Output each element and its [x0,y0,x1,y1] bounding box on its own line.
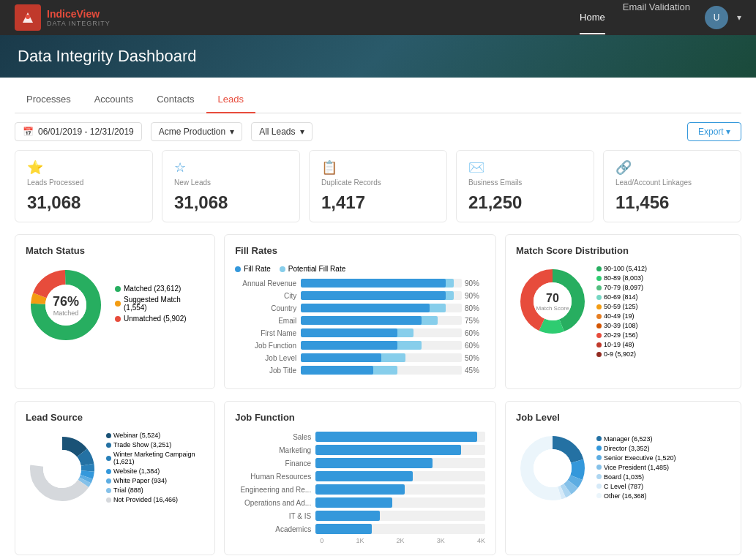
dropdown-icon2: ▾ [300,127,304,137]
nav-email-validation[interactable]: Email Validation [623,1,690,34]
date-range-filter[interactable]: 📅 06/01/2019 - 12/31/2019 [15,122,142,141]
fill-actual-bar-3 [301,316,422,325]
lead-source-content: Webinar (5,524) Trade Show (3,251) Winte… [26,432,204,506]
match-status-chart: Match Status 76% Matched [15,234,215,389]
production-filter[interactable]: Acme Production ▾ [151,122,242,141]
jl-label-4: Board (1,035) [604,473,644,481]
tab-contacts[interactable]: Contacts [145,86,206,113]
ls-dot-6 [106,497,111,503]
svg-point-16 [43,450,81,488]
star-icon: ⭐ [27,159,141,176]
ms-label-1: 80-89 (8,003) [604,274,643,282]
jf-bar-bg-3 [315,471,485,481]
ls-label-1: Trade Show (3,251) [113,441,171,448]
unmatched-dot [115,316,121,322]
jf-label-3: Human Resources [235,473,315,481]
fill-bar-container-2 [301,304,462,312]
jf-bar-bg-2 [315,458,485,468]
ms-legend-item-8: 10-19 (48) [596,341,647,348]
dropdown-arrow[interactable]: ▾ [737,12,741,23]
card-label-2: Duplicate Records [321,179,435,187]
jl-legend-item-5: C Level (787) [596,483,676,490]
jf-bar-fill-5 [315,497,392,508]
match-donut-wrapper: 76% Matched [26,265,106,345]
ms-label-8: 10-19 (48) [604,341,635,348]
fill-row-7: Job Title 45% [235,366,485,375]
jl-label-6: Other (16,368) [604,492,647,500]
match-score-title: Match Score Distribution [516,245,730,256]
ms-dot-6 [596,323,602,328]
job-function-row-1: Marketing [235,445,485,455]
fill-rows: Annual Revenue 90% City 90% Country 80% … [235,279,485,375]
avatar[interactable]: U [705,6,728,29]
ms-label-7: 20-29 (156) [604,331,638,339]
fill-potential-dot [280,266,285,272]
fill-pct-7: 45% [465,367,485,375]
match-score-chart: Match Score Distribution 70 Match Score [505,234,741,389]
legend-suggested: Suggested Match (1,554) [115,296,204,312]
card-duplicate-records: 📋 Duplicate Records 1,417 [309,150,447,222]
svg-point-24 [534,449,572,487]
card-value-4: 11,456 [615,192,729,213]
match-score-content: 70 Match Score 90-100 (5,412) 80-89 (8,0… [516,265,730,360]
jl-dot-5 [596,484,602,489]
export-button[interactable]: Export ▾ [687,122,741,141]
card-business-emails: ✉️ Business Emails 21,250 [456,150,594,222]
ms-dot-8 [596,342,602,348]
date-range-value: 06/01/2019 - 12/31/2019 [38,127,134,137]
filters-bar: 📅 06/01/2019 - 12/31/2019 Acme Productio… [15,113,741,150]
tab-accounts[interactable]: Accounts [83,86,145,113]
charts-row-1: Match Status 76% Matched [15,234,741,389]
fill-label-4: First Name [235,329,301,337]
leads-filter[interactable]: All Leads ▾ [251,122,312,141]
job-function-row-0: Sales [235,432,485,442]
ls-label-2: Winter Marketing Campaign (1,621) [113,451,204,465]
job-level-svg [516,432,589,505]
jf-label-7: Academics [235,525,315,533]
logo-sub: DATA INTEGRITY [47,20,111,27]
jf-bar-fill-0 [315,432,477,442]
logo-icon [15,4,41,31]
jl-label-5: C Level (787) [604,483,643,490]
tab-leads[interactable]: Leads [206,86,255,113]
job-function-chart: Job Function Sales Marketing Finance Hum… [224,401,496,555]
ms-dot-9 [596,352,602,357]
jf-bar-bg-0 [315,432,485,442]
fill-potential-label: Potential Fill Rate [288,265,345,273]
ls-legend-item-1: Trade Show (3,251) [106,441,204,448]
axis-4k: 4K [477,537,485,544]
ms-label-6: 30-39 (108) [604,322,638,329]
fill-actual-bar-4 [301,328,397,337]
job-level-content: Manager (6,523) Director (3,352) Senior … [516,432,730,505]
axis-2k: 2K [397,537,405,544]
ms-legend-item-7: 20-29 (156) [596,331,647,339]
ls-label-5: Trial (888) [113,487,143,494]
jl-dot-3 [596,465,602,470]
ms-label-4: 50-59 (125) [604,303,638,310]
ls-legend-item-2: Winter Marketing Campaign (1,621) [106,451,204,465]
jf-label-6: IT & IS [235,512,315,520]
jl-legend-item-3: Vice President (1,485) [596,464,676,471]
logo-text-block: IndiceView DATA INTEGRITY [47,8,111,28]
logo-name: IndiceView [47,8,111,20]
matched-dot [115,286,121,292]
fill-rates-title: Fill Rates [235,245,485,256]
job-function-rows: Sales Marketing Finance Human Resources … [235,432,485,534]
tab-processes[interactable]: Processes [15,86,83,113]
jf-bar-bg-5 [315,497,485,508]
svg-point-0 [26,15,30,19]
fill-actual-dot [235,266,241,272]
nav-home[interactable]: Home [580,1,605,34]
jl-label-2: Senior Executive (1,520) [604,454,676,462]
ms-dot-2 [596,285,602,290]
match-score-donut: 70 Match Score [516,265,589,338]
fill-pct-1: 90% [465,292,485,300]
fill-actual-bar-5 [301,341,397,350]
card-label-1: New Leads [174,179,288,187]
match-percentage: 76% [53,294,79,309]
ms-legend-item-6: 30-39 (108) [596,322,647,329]
card-linkages: 🔗 Lead/Account Linkages 11,456 [603,150,741,222]
matched-label: Matched (23,612) [124,285,181,293]
suggested-dot [115,301,121,307]
match-label: Matched [53,309,79,317]
